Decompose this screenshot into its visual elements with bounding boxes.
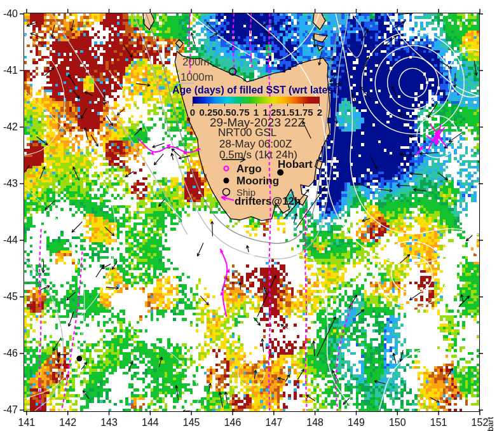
x-tick-label: 141 [18, 417, 36, 428]
velocity-arrow [224, 392, 227, 404]
x-tick-label: 142 [59, 417, 76, 428]
y-tick-label: -46 [3, 348, 18, 359]
velocity-arrow [124, 46, 132, 58]
velocity-arrow [356, 310, 364, 317]
colorbar-tick [240, 104, 241, 106]
velocity-arrow [263, 24, 275, 27]
y-tick-label: -47 [3, 404, 18, 416]
velocity-arrow [135, 128, 142, 135]
coastline [317, 45, 324, 51]
sst-contour-line [387, 13, 479, 96]
velocity-arrow [374, 380, 385, 383]
colorbar-tick [193, 104, 193, 106]
velocity-arrow [474, 60, 477, 76]
product-label: NRT00 GSL [218, 127, 276, 139]
velocity-arrow [171, 153, 174, 160]
colorbar-tick [224, 104, 225, 106]
x-tick-label: 147 [265, 417, 282, 428]
drifters-legend-label: drifters@12h [235, 195, 301, 208]
mooring-legend-label: Mooring [236, 175, 279, 188]
velocity-arrow [400, 254, 410, 263]
sst-contour-ring [395, 64, 431, 102]
velocity-arrow [83, 390, 89, 399]
velocity-arrow [285, 374, 290, 381]
colorbar-title: Age (days) of filled SST (wrt latest) [172, 85, 340, 96]
velocity-arrow [419, 153, 438, 155]
sst-contour-line [24, 186, 85, 399]
x-tick-label: 150 [389, 417, 406, 428]
x-tick-label: 143 [100, 417, 118, 428]
velocity-arrow [81, 362, 86, 369]
x-tick-label: 148 [306, 417, 324, 428]
velocity-arrow [91, 135, 98, 146]
velocity-arrow [183, 410, 191, 412]
velocity-arrow [71, 20, 74, 31]
velocity-arrow [68, 311, 74, 326]
sst-contour-ring [238, 361, 264, 386]
velocity-arrow [410, 172, 423, 175]
velocity-arrow [51, 25, 54, 37]
velocity-arrow [69, 74, 76, 85]
drifter-track [39, 229, 41, 411]
x-tick-label: 146 [224, 417, 242, 428]
velocity-arrow [198, 243, 204, 256]
colorbar-tick [319, 104, 320, 106]
velocity-arrow [281, 324, 288, 328]
velocity-arrow [106, 116, 113, 126]
drifter-track [250, 13, 252, 68]
x-tick-label: 151 [430, 417, 447, 428]
colorbar-tick [256, 104, 257, 106]
velocity-arrow [125, 172, 133, 177]
y-tick-label: -42 [3, 121, 18, 133]
velocity-arrow [67, 292, 76, 301]
velocity-arrow [74, 91, 80, 99]
coastline [313, 13, 325, 30]
velocity-arrow [85, 92, 93, 95]
colorbar-tick [208, 104, 209, 106]
velocity-arrow [41, 285, 50, 290]
coastline [176, 39, 184, 48]
velocity-arrow [297, 369, 304, 380]
velocity-arrow [72, 222, 83, 233]
velocity-arrow [45, 200, 55, 210]
velocity-arrow [349, 295, 357, 308]
velocity-arrow [175, 385, 179, 400]
sst-contour-ring [371, 235, 453, 313]
sst-contour-line [313, 257, 354, 411]
velocity-arrow [85, 128, 88, 140]
velocity-arrow [103, 92, 106, 105]
velocity-arrow [153, 143, 165, 147]
velocity-arrow [466, 235, 472, 241]
velocity-arrow [409, 135, 422, 138]
velocity-arrow [479, 161, 480, 171]
velocity-arrow [160, 357, 163, 367]
y-tick-label: -40 [3, 8, 18, 20]
velocity-arrow [31, 33, 44, 39]
x-tick-label: 149 [348, 417, 365, 428]
y-tick-label: -41 [3, 65, 18, 76]
sst-contour-line [189, 13, 319, 61]
velocity-arrow [363, 57, 369, 72]
velocity-arrow [27, 22, 37, 27]
drifter-track [336, 303, 352, 411]
velocity-arrow [73, 167, 79, 181]
velocity-arrow [254, 370, 257, 379]
drifter-track [62, 252, 82, 411]
colorbar-tick-label: 2 [317, 107, 322, 118]
velocity-arrow [317, 317, 336, 356]
velocity-arrow [330, 74, 336, 82]
velocity-arrow [36, 137, 48, 145]
velocity-arrow [447, 368, 453, 376]
x-tick-label: 144 [142, 417, 159, 428]
y-tick-label: -43 [3, 178, 18, 189]
velocity-arrow [430, 397, 440, 402]
velocity-arrow [265, 31, 271, 36]
velocity-arrow [313, 341, 315, 357]
drifter-track [221, 249, 228, 317]
velocity-arrow [362, 218, 371, 221]
velocity-arrow [239, 282, 242, 290]
bathymetry-contour-1000m [348, 13, 364, 57]
velocity-arrow [399, 113, 409, 116]
velocity-arrow [400, 153, 417, 156]
velocity-arrow [40, 167, 45, 179]
